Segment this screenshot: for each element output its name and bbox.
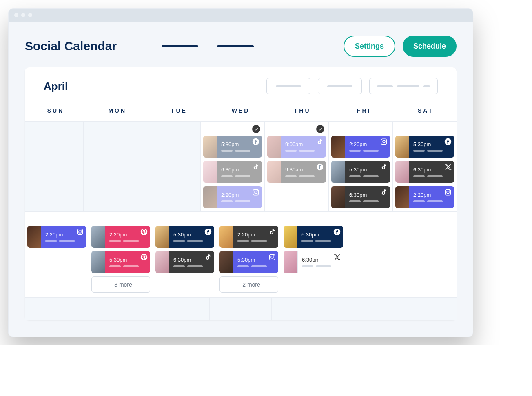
event-time: 2:20pm xyxy=(413,192,443,198)
event-text-placeholder xyxy=(45,240,75,242)
event-card[interactable]: 5:30pm xyxy=(395,136,454,158)
day-header: MON xyxy=(86,102,148,121)
calendar-cell[interactable] xyxy=(25,122,84,212)
app-header: Social Calendar Settings Schedule xyxy=(9,22,473,67)
event-card[interactable]: 2:20pm xyxy=(27,226,86,248)
filter-control[interactable] xyxy=(266,78,310,94)
calendar-cell[interactable] xyxy=(142,122,201,212)
event-time: 9:00am xyxy=(285,141,315,147)
event-card[interactable]: 6:30pm xyxy=(395,161,454,183)
day-header: TUE xyxy=(148,102,210,121)
more-events-button[interactable]: + 2 more xyxy=(219,276,278,293)
event-time: 5:30pm xyxy=(237,257,267,263)
event-time: 6:30pm xyxy=(349,192,379,198)
calendar-cell[interactable]: 2:20pm5:30pm6:30pm xyxy=(329,122,393,212)
event-text-placeholder xyxy=(173,240,203,242)
calendar-cell[interactable] xyxy=(272,298,333,320)
event-time: 6:30pm xyxy=(413,167,443,173)
tiktok-icon xyxy=(252,163,259,171)
calendar-cell[interactable]: 2:20pm5:30pm+ 2 more xyxy=(217,212,281,298)
event-text-placeholder xyxy=(109,265,139,267)
event-text-placeholder xyxy=(413,150,443,152)
event-card[interactable]: 5:30pm xyxy=(219,251,278,273)
calendar-cell[interactable]: 2:20pm xyxy=(25,212,89,298)
filter-control[interactable] xyxy=(318,78,362,94)
tiktok-icon xyxy=(268,228,276,236)
calendar-cell[interactable]: 9:00am9:30am xyxy=(265,122,329,212)
check-icon xyxy=(252,125,260,133)
event-time: 5:30pm xyxy=(173,231,203,238)
calendar-cell[interactable]: 5:30pm6:30pm2:20pm xyxy=(393,122,457,212)
calendar-cell[interactable] xyxy=(401,212,457,298)
tiktok-icon xyxy=(316,138,324,145)
event-card[interactable]: 5:30pm xyxy=(91,251,150,273)
event-text-placeholder xyxy=(301,240,332,242)
calendar-cell[interactable]: 5:30pm6:30pm xyxy=(153,212,217,298)
event-card[interactable]: 2:20pm xyxy=(395,186,454,208)
event-card[interactable]: 6:30pm xyxy=(203,161,262,183)
more-events-button[interactable]: + 3 more xyxy=(91,276,150,293)
event-time: 5:30pm xyxy=(109,257,139,263)
facebook-icon xyxy=(444,138,452,145)
calendar-cell[interactable] xyxy=(210,298,271,320)
calendar-cell[interactable] xyxy=(25,298,86,320)
event-card[interactable]: 2:20pm xyxy=(219,226,278,248)
event-thumbnail xyxy=(395,136,409,158)
event-thumbnail xyxy=(203,186,217,208)
calendar-cell[interactable] xyxy=(84,122,142,212)
tiktok-icon xyxy=(380,189,388,196)
event-time: 2:20pm xyxy=(349,141,379,147)
event-thumbnail xyxy=(395,186,409,208)
calendar-grid: 5:30pm6:30pm2:20pm9:00am9:30am2:20pm5:30… xyxy=(25,122,457,320)
event-time: 5:30pm xyxy=(301,231,332,238)
event-card[interactable]: 9:30am xyxy=(267,161,326,183)
x-icon xyxy=(333,254,341,261)
event-text-placeholder xyxy=(237,265,267,267)
event-card[interactable]: 5:30pm xyxy=(331,161,390,183)
window-dot xyxy=(28,13,32,17)
calendar-cell[interactable] xyxy=(86,298,148,320)
event-thumbnail xyxy=(203,161,217,183)
event-card[interactable]: 5:30pm xyxy=(155,226,214,248)
calendar-cell[interactable]: 5:30pm6:30pm2:20pm xyxy=(201,122,265,212)
event-card[interactable]: 9:00am xyxy=(267,136,326,158)
filter-control[interactable] xyxy=(369,78,438,94)
calendar-cell[interactable]: 5:30pm6:30pm xyxy=(281,212,346,298)
instagram-icon xyxy=(252,189,259,196)
event-thumbnail xyxy=(395,161,409,183)
event-card[interactable]: 2:20pm xyxy=(91,226,150,248)
event-text-placeholder xyxy=(237,240,267,242)
calendar-cell[interactable] xyxy=(148,298,210,320)
svg-point-6 xyxy=(383,140,385,143)
day-header: SAT xyxy=(395,102,457,121)
app-window: Social Calendar Settings Schedule April xyxy=(8,8,473,337)
event-thumbnail xyxy=(91,226,105,248)
calendar-cell[interactable] xyxy=(333,298,395,320)
event-time: 6:30pm xyxy=(302,257,331,263)
event-thumbnail xyxy=(219,226,233,248)
event-time: 5:30pm xyxy=(413,141,443,147)
schedule-button[interactable]: Schedule xyxy=(403,36,457,57)
event-card[interactable]: 6:30pm xyxy=(155,251,214,273)
event-card[interactable]: 2:20pm xyxy=(203,186,262,208)
calendar-cell[interactable] xyxy=(395,298,457,320)
event-card[interactable]: 2:20pm xyxy=(331,136,390,158)
calendar-cell[interactable] xyxy=(346,212,401,298)
event-thumbnail xyxy=(267,161,281,183)
event-card[interactable]: 6:30pm xyxy=(331,186,390,208)
event-time: 2:20pm xyxy=(45,231,75,238)
event-thumbnail xyxy=(331,186,345,208)
event-card[interactable]: 5:30pm xyxy=(284,226,343,248)
svg-point-20 xyxy=(273,255,274,256)
check-icon xyxy=(316,125,324,133)
tab-placeholder[interactable] xyxy=(217,45,254,47)
tab-placeholder[interactable] xyxy=(162,45,198,47)
event-thumbnail xyxy=(331,161,345,183)
event-text-placeholder xyxy=(349,200,379,202)
event-card[interactable]: 5:30pm xyxy=(203,136,262,158)
calendar-cell[interactable]: 2:20pm5:30pm+ 3 more xyxy=(89,212,153,298)
settings-button[interactable]: Settings xyxy=(344,36,395,57)
svg-point-2 xyxy=(255,191,257,194)
facebook-icon xyxy=(333,228,341,236)
event-card[interactable]: 6:30pm xyxy=(284,251,343,273)
